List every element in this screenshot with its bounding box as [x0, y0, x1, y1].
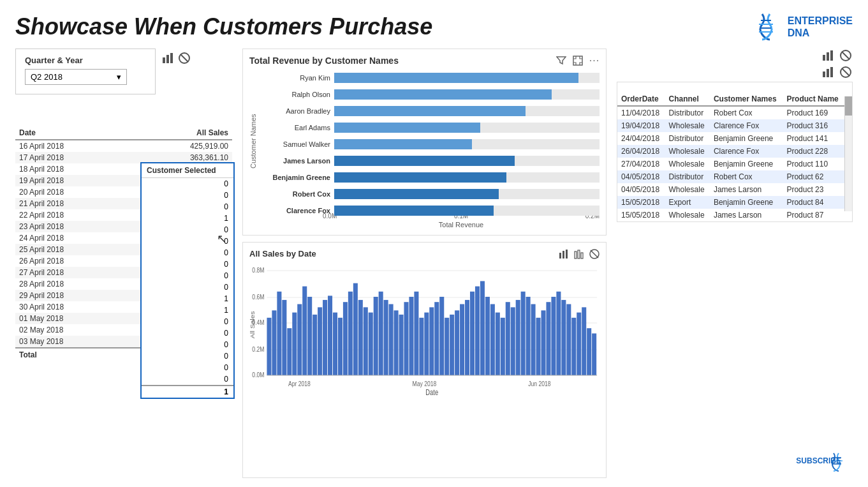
table-cell-date: 26 April 2018	[15, 255, 119, 267]
svg-text:0.0M: 0.0M	[252, 371, 264, 378]
popup-row: 0	[142, 339, 233, 350]
bar-chart-icon[interactable]	[161, 51, 175, 65]
svg-rect-9	[573, 56, 582, 65]
subscribe-button[interactable]: SUBSCRIBE	[796, 456, 841, 465]
filter-icon[interactable]	[555, 54, 568, 67]
table-cell-date: 03 May 2018	[15, 336, 119, 348]
sales-bar	[475, 287, 480, 375]
grid-cell-product: Product 228	[783, 145, 844, 158]
grid-cell-customer: Clarence Fox	[710, 119, 783, 132]
right-bar-chart-icon[interactable]	[821, 49, 835, 63]
bar-fill	[334, 206, 494, 216]
right-circle-slash-icon[interactable]	[839, 49, 853, 63]
table-cell-date: 28 April 2018	[15, 278, 119, 290]
svg-text:0.2M: 0.2M	[252, 345, 264, 353]
grid-col-customer: Customer Names	[710, 93, 783, 106]
sales-bar	[490, 304, 495, 375]
svg-rect-36	[830, 50, 833, 61]
scrollbar-thumb[interactable]	[845, 96, 852, 116]
table-cell-date: 17 April 2018	[15, 152, 119, 163]
sales-line-icon[interactable]	[573, 248, 585, 260]
grid-cell-date: 26/04/2018	[617, 145, 665, 158]
svg-rect-34	[823, 55, 825, 61]
bar-fill	[334, 189, 499, 199]
grid-cell-product: Product 84	[783, 196, 844, 209]
sales-bar	[434, 302, 439, 375]
sales-bar	[318, 307, 322, 375]
svg-line-17	[591, 250, 598, 258]
grid-cell-customer: Clarence Fox	[710, 145, 783, 158]
sales-bar	[424, 313, 429, 375]
more-options-icon[interactable]: ···	[588, 54, 601, 67]
grid-row: 15/05/2018 Export Benjamin Greene Produc…	[617, 196, 852, 209]
popup-header: Customer Selected	[142, 163, 233, 178]
bar-track	[334, 89, 600, 100]
filter-value: Q2 2018	[31, 72, 63, 82]
data-grid: OrderDate Channel Customer Names Product…	[617, 93, 852, 221]
sales-bar	[551, 297, 555, 375]
filter-title: Quarter & Year	[25, 56, 146, 65]
sales-bar	[267, 318, 271, 375]
svg-rect-39	[823, 71, 825, 77]
svg-rect-11	[563, 251, 564, 258]
sales-bar	[455, 310, 459, 375]
sales-bar	[470, 292, 474, 375]
table-footer-label: Total	[15, 348, 119, 361]
sales-bar	[546, 302, 550, 375]
popup-row: 0	[142, 327, 233, 339]
bar-chart-x-label: Total Revenue	[323, 221, 600, 229]
right-scrollbar[interactable]	[844, 96, 852, 211]
bar-fill	[334, 156, 515, 166]
bar-label: Ralph Olson	[261, 91, 334, 98]
grid-cell-channel: Export	[665, 196, 710, 209]
sales-bar	[333, 313, 337, 375]
table-cell-date: 30 April 2018	[15, 301, 119, 313]
grid-row: 24/04/2018 Distributor Benjamin Greene P…	[617, 132, 852, 145]
sales-circle-slash-icon[interactable]	[588, 248, 601, 260]
right-circle-slash2-icon[interactable]	[839, 65, 853, 79]
grid-cell-channel: Distributor	[665, 170, 710, 183]
sales-bar	[460, 304, 464, 375]
bar-fill	[334, 123, 480, 133]
sales-bar	[374, 297, 378, 375]
grid-cell-channel: Wholesale	[665, 183, 710, 196]
grid-row: 27/04/2018 Wholesale Benjamin Greene Pro…	[617, 158, 852, 170]
sales-bar-icon[interactable]	[557, 248, 570, 260]
grid-row: 26/04/2018 Wholesale Clarence Fox Produc…	[617, 145, 852, 158]
sales-bar	[429, 307, 434, 375]
sales-bar	[348, 292, 353, 375]
sales-bar	[556, 292, 561, 375]
sales-bar	[287, 328, 291, 375]
grid-row: 04/05/2018 Distributor Robert Cox Produc…	[617, 170, 852, 183]
svg-line-8	[180, 54, 188, 62]
popup-footer-row: 1	[142, 385, 233, 398]
svg-rect-14	[578, 250, 580, 258]
bar-row: Robert Cox	[261, 187, 600, 201]
svg-rect-35	[827, 52, 829, 61]
grid-cell-date: 04/05/2018	[617, 170, 665, 183]
sales-bar	[272, 310, 276, 375]
grid-cell-product: Product 62	[783, 170, 844, 183]
bar-track	[334, 123, 600, 133]
sales-bar	[338, 318, 342, 375]
right-bar-chart2-icon[interactable]	[821, 65, 835, 79]
sales-bar	[323, 300, 327, 375]
grid-col-channel: Channel	[665, 93, 710, 106]
right-panel-second-icons	[617, 65, 853, 79]
table-cell-date: 20 April 2018	[15, 186, 119, 198]
bar-track	[334, 106, 600, 116]
filter-select[interactable]: Q2 2018 ▾	[25, 69, 127, 85]
bar-row: Aaron Bradley	[261, 104, 600, 118]
data-grid-container: OrderDate Channel Customer Names Product…	[617, 82, 853, 222]
expand-icon[interactable]	[571, 54, 584, 67]
svg-rect-6	[170, 53, 173, 63]
sales-bar	[450, 315, 454, 375]
sales-bar	[379, 292, 383, 375]
circle-slash-icon[interactable]	[177, 51, 191, 65]
bar-track	[334, 139, 600, 149]
sales-bar	[353, 283, 358, 375]
sales-bar	[485, 297, 490, 375]
grid-cell-channel: Wholesale	[665, 209, 710, 221]
sales-bar	[445, 318, 449, 375]
bar-chart-y-axis-label: Customer Names	[249, 71, 257, 211]
